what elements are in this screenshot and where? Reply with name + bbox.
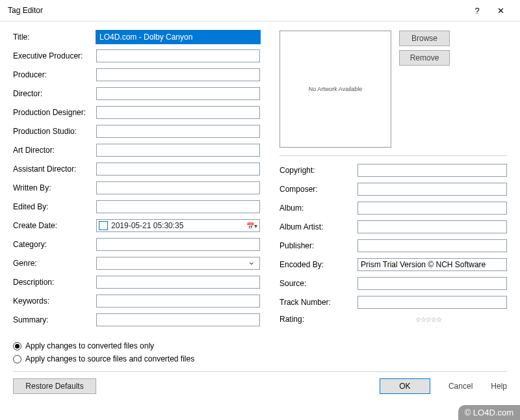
label-asst-director: Assistant Director: bbox=[13, 164, 96, 174]
radio-source-and-converted[interactable] bbox=[13, 355, 21, 363]
label-title: Title: bbox=[13, 33, 96, 42]
label-publisher: Publisher: bbox=[280, 241, 350, 250]
label-category: Category: bbox=[13, 240, 96, 249]
watermark: © LO4D.com bbox=[458, 405, 520, 420]
bottom-bar: Restore Defaults OK Cancel Help bbox=[13, 378, 507, 394]
radio-section: Apply changes to converted files only Ap… bbox=[13, 341, 507, 363]
input-album[interactable] bbox=[358, 202, 507, 215]
restore-defaults-button[interactable]: Restore Defaults bbox=[13, 378, 96, 394]
divider bbox=[280, 155, 507, 156]
right-column: No Artwork Available Browse Remove Copyr… bbox=[280, 31, 507, 332]
label-track-number: Track Number: bbox=[280, 298, 350, 307]
remove-button[interactable]: Remove bbox=[399, 50, 450, 66]
input-publisher[interactable] bbox=[358, 239, 507, 252]
label-prod-studio: Production Studio: bbox=[13, 127, 96, 136]
cancel-button[interactable]: Cancel bbox=[448, 382, 473, 391]
help-button[interactable]: Help bbox=[491, 382, 507, 391]
label-written-by: Written By: bbox=[13, 183, 96, 192]
input-composer[interactable] bbox=[358, 183, 507, 196]
select-genre[interactable] bbox=[96, 257, 260, 270]
input-art-director[interactable] bbox=[96, 144, 260, 157]
label-producer: Producer: bbox=[13, 70, 96, 79]
input-director[interactable] bbox=[96, 87, 260, 100]
label-genre: Genre: bbox=[13, 259, 96, 268]
date-checkbox[interactable] bbox=[99, 221, 108, 230]
label-source: Source: bbox=[280, 279, 350, 288]
label-director: Director: bbox=[13, 89, 96, 98]
artwork-placeholder: No Artwork Available bbox=[309, 86, 362, 92]
input-summary[interactable] bbox=[96, 313, 260, 326]
left-column: Title: Executive Producer: Producer: Dir… bbox=[13, 31, 260, 332]
radio-converted-only[interactable] bbox=[13, 342, 21, 350]
input-category[interactable] bbox=[96, 238, 260, 251]
input-asst-director[interactable] bbox=[96, 163, 260, 176]
label-album-artist: Album Artist: bbox=[280, 222, 350, 231]
label-copyright: Copyright: bbox=[280, 166, 350, 175]
label-album: Album: bbox=[280, 203, 350, 213]
input-track-number[interactable] bbox=[358, 296, 507, 309]
label-encoded-by: Encoded By: bbox=[280, 260, 350, 269]
input-keywords[interactable] bbox=[96, 295, 260, 308]
rating-stars[interactable]: ☆☆☆☆☆ bbox=[350, 316, 507, 323]
label-edited-by: Edited By: bbox=[13, 202, 96, 211]
window-title: Tag Editor bbox=[8, 6, 465, 15]
label-exec-producer: Executive Producer: bbox=[13, 51, 96, 60]
label-keywords: Keywords: bbox=[13, 296, 96, 306]
input-create-date[interactable]: 2019-05-21 05:30:35 📅▾ bbox=[96, 219, 260, 232]
input-title[interactable] bbox=[96, 31, 260, 44]
input-copyright[interactable] bbox=[358, 164, 507, 177]
titlebar: Tag Editor ? ✕ bbox=[0, 0, 520, 21]
label-rating: Rating: bbox=[280, 315, 350, 324]
input-source[interactable] bbox=[358, 277, 507, 290]
input-album-artist[interactable] bbox=[358, 220, 507, 233]
label-prod-designer: Production Designer: bbox=[13, 108, 96, 117]
input-producer[interactable] bbox=[96, 68, 260, 81]
browse-button[interactable]: Browse bbox=[399, 31, 450, 46]
help-icon[interactable]: ? bbox=[465, 4, 489, 17]
ok-button[interactable]: OK bbox=[380, 378, 430, 394]
label-art-director: Art Director: bbox=[13, 146, 96, 155]
label-create-date: Create Date: bbox=[13, 221, 96, 230]
input-written-by[interactable] bbox=[96, 181, 260, 194]
input-prod-studio[interactable] bbox=[96, 125, 260, 138]
input-prod-designer[interactable] bbox=[96, 106, 260, 119]
input-description[interactable] bbox=[96, 276, 260, 289]
label-summary: Summary: bbox=[13, 315, 96, 324]
artwork-preview: No Artwork Available bbox=[280, 31, 391, 148]
radio-label-source: Apply changes to source files and conver… bbox=[25, 354, 194, 363]
date-value: 2019-05-21 05:30:35 bbox=[110, 221, 246, 230]
radio-label-converted: Apply changes to converted files only bbox=[25, 341, 154, 350]
calendar-icon[interactable]: 📅▾ bbox=[246, 222, 259, 230]
label-description: Description: bbox=[13, 278, 96, 287]
close-icon[interactable]: ✕ bbox=[489, 4, 512, 17]
input-encoded-by[interactable] bbox=[358, 258, 507, 271]
input-edited-by[interactable] bbox=[96, 200, 260, 213]
divider-bottom bbox=[13, 371, 507, 372]
input-exec-producer[interactable] bbox=[96, 49, 260, 62]
label-composer: Composer: bbox=[280, 185, 350, 194]
